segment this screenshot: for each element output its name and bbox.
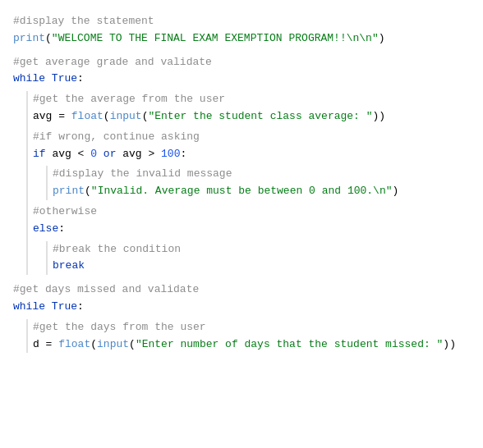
func-print: print [13, 30, 45, 48]
p5: ) [393, 183, 399, 200]
comment-otherwise: #otherwise [33, 203, 97, 221]
keyword-if: if [33, 146, 46, 163]
line-avg-assign: avg = float(input("Enter the student cla… [0, 108, 483, 126]
line-print-invalid: print("Invalid. Average must be between … [0, 183, 483, 200]
comment-days: #get days missed and validate [13, 281, 199, 299]
comment-ifwrong: #if wrong, continue asking [33, 129, 200, 146]
comment-days-user: #get the days from the user [33, 319, 206, 336]
code-editor: #display the statement print("WELCOME TO… [0, 10, 483, 356]
line-comment8: #get days missed and validate [0, 281, 483, 299]
comment-break: #break the condition [53, 241, 181, 258]
gap7 [0, 275, 483, 281]
paren-open: ( [45, 30, 52, 48]
paren-close: ) [379, 30, 385, 48]
p4: ( [85, 183, 91, 200]
comment-text: #display the statement [13, 13, 154, 30]
keyword-break: break [53, 258, 85, 275]
keyword-or: or [104, 146, 117, 163]
p6: ( [90, 336, 97, 354]
colon4: : [77, 299, 84, 316]
p7: ( [129, 336, 136, 354]
line-comment5: #display the invalid message [0, 166, 483, 183]
line-d-assign: d = float(input("Enter number of days th… [0, 336, 483, 354]
line-while2: while True: [0, 299, 483, 316]
line-comment7: #break the condition [0, 241, 483, 258]
space1 [45, 71, 52, 88]
comment-invalid: #display the invalid message [53, 166, 232, 183]
line-comment4: #if wrong, continue asking [0, 129, 483, 146]
str-avg: "Enter the student class average: " [148, 108, 372, 126]
p8: )) [443, 336, 456, 354]
line-print1: print("WELCOME TO THE FINAL EXAM EXEMPTI… [0, 30, 483, 48]
line-comment9: #get the days from the user [0, 319, 483, 336]
colon2: : [180, 146, 186, 163]
func-print2: print [53, 183, 85, 200]
sp3 [97, 146, 104, 163]
line-comment1: #display the statement [0, 13, 483, 30]
num-100: 100 [161, 146, 180, 163]
indent-guide-4 [26, 319, 28, 354]
indent-guide-2 [46, 166, 48, 200]
line-comment3: #get the average from the user [0, 91, 483, 108]
sp5 [45, 299, 52, 316]
keyword-true1: True [52, 71, 77, 88]
keyword-while2: while [13, 299, 45, 316]
var-avg: avg [33, 108, 52, 126]
p2: ( [142, 108, 149, 126]
str-days: "Enter number of days that the student m… [136, 336, 443, 354]
sp4: avg > [116, 146, 161, 163]
space-eq: = [52, 108, 71, 126]
colon1: : [77, 71, 84, 88]
func-float2: float [58, 336, 90, 354]
line-else: else: [0, 221, 483, 238]
string-welcome: "WELCOME TO THE FINAL EXAM EXEMPTION PRO… [52, 30, 379, 48]
str-invalid: "Invalid. Average must be between 0 and … [91, 183, 393, 200]
sp2: avg < [46, 146, 91, 163]
colon3: : [58, 221, 65, 238]
var-d: d [33, 336, 39, 354]
func-float1: float [71, 108, 104, 126]
indent-guide-3 [46, 241, 48, 276]
keyword-else: else [33, 221, 58, 238]
line-break: break [0, 258, 483, 275]
sp6: = [39, 336, 58, 354]
num-zero: 0 [90, 146, 97, 163]
keyword-while1: while [13, 71, 45, 88]
comment-avg-user: #get the average from the user [33, 91, 225, 108]
func-input1: input [110, 108, 142, 126]
func-input2: input [97, 336, 129, 354]
p3: )) [373, 108, 386, 126]
comment-avg: #get average grade and validate [13, 54, 212, 71]
line-if-avg: if avg < 0 or avg > 100: [0, 146, 483, 163]
line-while1: while True: [0, 71, 483, 88]
line-comment6: #otherwise [0, 203, 483, 221]
gap1 [0, 48, 483, 54]
line-comment2: #get average grade and validate [0, 54, 483, 71]
p1: ( [104, 108, 110, 126]
keyword-true2: True [52, 299, 77, 316]
